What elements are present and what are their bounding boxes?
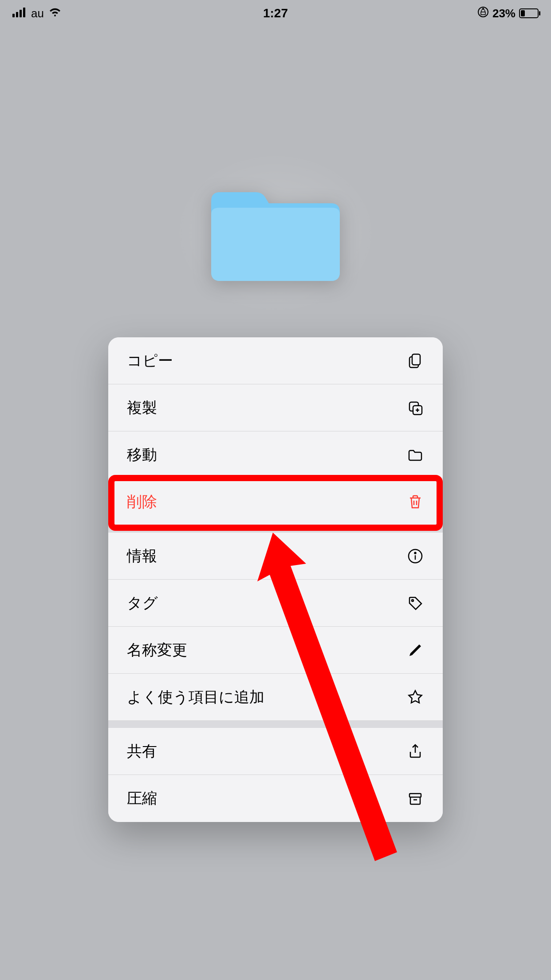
svg-rect-3 bbox=[23, 8, 25, 17]
menu-item-label: 共有 bbox=[127, 741, 157, 762]
menu-item-label: 情報 bbox=[127, 546, 157, 566]
archive-icon bbox=[406, 790, 424, 807]
menu-item-label: 複製 bbox=[127, 398, 157, 418]
trash-icon bbox=[406, 493, 424, 511]
info-icon bbox=[406, 547, 424, 565]
status-right: 23% bbox=[477, 6, 539, 21]
carrier-label: au bbox=[31, 7, 44, 20]
svg-rect-0 bbox=[12, 14, 15, 17]
menu-item-label: 削除 bbox=[127, 492, 157, 512]
folder-preview bbox=[173, 151, 378, 315]
copy-icon bbox=[406, 352, 424, 370]
menu-separator bbox=[108, 721, 443, 728]
folder-icon bbox=[207, 179, 344, 287]
menu-item-tag[interactable]: タグ bbox=[108, 580, 443, 627]
pencil-icon bbox=[406, 641, 424, 659]
menu-item-share[interactable]: 共有 bbox=[108, 728, 443, 775]
status-bar: au 1:27 23% bbox=[0, 0, 551, 27]
menu-item-favorite[interactable]: よく使う項目に追加 bbox=[108, 674, 443, 721]
svg-rect-5 bbox=[412, 354, 420, 365]
svg-rect-11 bbox=[409, 794, 421, 797]
status-left: au bbox=[12, 6, 62, 20]
menu-item-label: タグ bbox=[127, 593, 158, 613]
menu-item-info[interactable]: 情報 bbox=[108, 533, 443, 580]
star-icon bbox=[406, 688, 424, 706]
svg-rect-1 bbox=[16, 12, 18, 17]
menu-separator bbox=[108, 526, 443, 533]
menu-item-move[interactable]: 移動 bbox=[108, 431, 443, 478]
duplicate-icon bbox=[406, 399, 424, 417]
svg-point-10 bbox=[412, 600, 413, 601]
wifi-icon bbox=[48, 6, 62, 20]
menu-item-compress[interactable]: 圧縮 bbox=[108, 775, 443, 822]
svg-point-9 bbox=[415, 552, 416, 553]
battery-percentage: 23% bbox=[492, 7, 516, 20]
context-menu: コピー 複製 移動 削除 情報 タグ 名称変更 bbox=[108, 337, 443, 822]
menu-item-label: よく使う項目に追加 bbox=[127, 687, 264, 707]
menu-item-delete[interactable]: 削除 bbox=[108, 478, 443, 526]
menu-item-copy[interactable]: コピー bbox=[108, 337, 443, 384]
menu-item-rename[interactable]: 名称変更 bbox=[108, 627, 443, 674]
cellular-signal-icon bbox=[12, 6, 27, 20]
menu-item-duplicate[interactable]: 複製 bbox=[108, 384, 443, 431]
tag-icon bbox=[406, 594, 424, 612]
menu-item-label: 名称変更 bbox=[127, 640, 187, 660]
status-time: 1:27 bbox=[263, 6, 288, 20]
share-icon bbox=[406, 743, 424, 760]
folder-icon bbox=[406, 446, 424, 464]
svg-rect-2 bbox=[20, 10, 22, 17]
rotation-lock-icon bbox=[477, 6, 489, 21]
menu-item-label: コピー bbox=[127, 351, 173, 371]
menu-item-label: 圧縮 bbox=[127, 788, 157, 809]
menu-item-label: 移動 bbox=[127, 445, 157, 465]
battery-icon bbox=[519, 8, 539, 18]
